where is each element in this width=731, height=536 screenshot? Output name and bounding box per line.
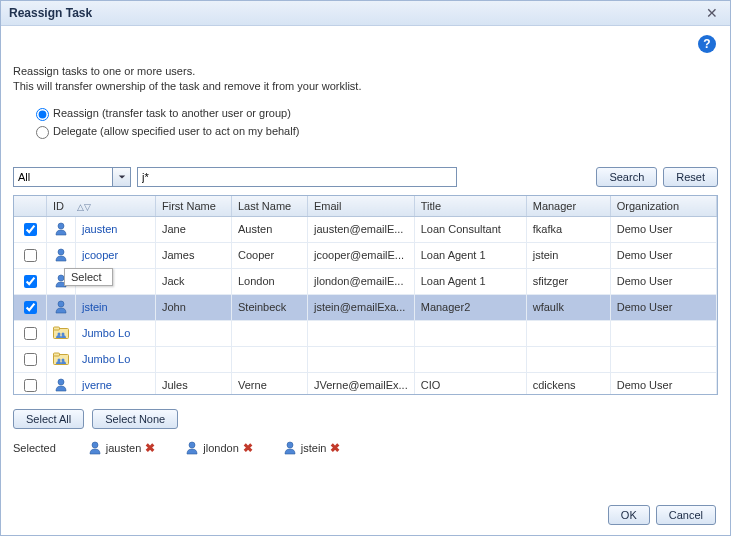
cell-first-name: Jane <box>156 216 232 242</box>
cell-first-name: John <box>156 294 232 320</box>
cell-manager <box>526 346 610 372</box>
search-button[interactable]: Search <box>596 167 657 187</box>
ok-button[interactable]: OK <box>608 505 650 525</box>
table-row[interactable]: Jumbo Lo <box>14 320 717 346</box>
cell-title: Manager2 <box>414 294 526 320</box>
row-checkbox[interactable] <box>24 353 37 366</box>
table-row[interactable]: JackLondonjlondon@emailE...Loan Agent 1s… <box>14 268 717 294</box>
row-checkbox[interactable] <box>24 249 37 262</box>
row-id-link[interactable]: jausten <box>82 223 117 235</box>
titlebar: Reassign Task ✕ <box>1 1 730 26</box>
table-row[interactable]: Jumbo Lo <box>14 346 717 372</box>
row-checkbox[interactable] <box>24 327 37 340</box>
cell-title: Loan Agent 1 <box>414 242 526 268</box>
cell-last-name <box>232 346 308 372</box>
option-delegate-radio[interactable] <box>36 126 49 139</box>
row-id-link[interactable]: Jumbo Lo <box>82 327 130 339</box>
cell-first-name: Jack <box>156 268 232 294</box>
option-delegate-row[interactable]: Delegate (allow specified user to act on… <box>31 123 718 139</box>
cell-manager: jstein <box>526 242 610 268</box>
cell-email <box>308 346 415 372</box>
reassign-task-dialog: Reassign Task ✕ ? Reassign tasks to one … <box>0 0 731 536</box>
person-icon <box>54 274 68 288</box>
selected-chip-name: jstein <box>301 442 327 454</box>
row-id-link[interactable]: jcooper <box>82 249 118 261</box>
cell-title <box>414 320 526 346</box>
sort-icon[interactable]: △▽ <box>77 202 91 212</box>
col-header-title[interactable]: Title <box>414 196 526 217</box>
table-row[interactable]: jverneJulesVerneJVerne@emailEx...CIOcdic… <box>14 372 717 395</box>
intro-line-2: This will transfer ownership of the task… <box>13 79 718 94</box>
search-row: Search Reset <box>13 167 718 187</box>
cell-email <box>308 320 415 346</box>
reset-button[interactable]: Reset <box>663 167 718 187</box>
person-icon <box>185 441 199 455</box>
col-header-organization[interactable]: Organization <box>610 196 716 217</box>
svg-point-3 <box>58 301 64 307</box>
table-header-row: ID △▽ First Name Last Name Email Title M… <box>14 196 717 217</box>
svg-point-2 <box>58 275 64 281</box>
col-header-email[interactable]: Email <box>308 196 415 217</box>
dialog-content: Reassign tasks to one or more users. Thi… <box>1 26 730 471</box>
row-checkbox[interactable] <box>24 301 37 314</box>
cell-last-name: Verne <box>232 372 308 395</box>
person-icon <box>283 441 297 455</box>
col-header-manager[interactable]: Manager <box>526 196 610 217</box>
cell-title: CIO <box>414 372 526 395</box>
col-header-last-name[interactable]: Last Name <box>232 196 308 217</box>
remove-icon[interactable]: ✖ <box>330 441 340 455</box>
cell-title <box>414 346 526 372</box>
cell-manager: fkafka <box>526 216 610 242</box>
svg-point-15 <box>287 442 293 448</box>
selected-chip-name: jausten <box>106 442 141 454</box>
svg-rect-9 <box>54 353 60 356</box>
select-all-button[interactable]: Select All <box>13 409 84 429</box>
cell-manager: wfaulk <box>526 294 610 320</box>
row-checkbox[interactable] <box>24 275 37 288</box>
row-id-link[interactable]: jverne <box>82 379 112 391</box>
group-icon <box>53 326 69 340</box>
scope-select[interactable] <box>13 167 131 187</box>
row-checkbox[interactable] <box>24 379 37 392</box>
cell-email: jlondon@emailE... <box>308 268 415 294</box>
results-table: ID △▽ First Name Last Name Email Title M… <box>13 195 718 395</box>
cell-manager: sfitzger <box>526 268 610 294</box>
selected-label: Selected <box>13 442 56 454</box>
remove-icon[interactable]: ✖ <box>243 441 253 455</box>
table-row[interactable]: jsteinJohnSteinbeckjstein@emailExa...Man… <box>14 294 717 320</box>
option-reassign-radio[interactable] <box>36 108 49 121</box>
svg-point-14 <box>189 442 195 448</box>
group-icon <box>53 352 69 366</box>
row-checkbox[interactable] <box>24 223 37 236</box>
cell-manager <box>526 320 610 346</box>
row-id-link[interactable]: Jumbo Lo <box>82 353 130 365</box>
selected-row: Selected jausten✖jlondon✖jstein✖ <box>13 437 718 459</box>
person-icon <box>88 441 102 455</box>
cell-organization <box>610 346 716 372</box>
dialog-footer: OK Cancel <box>608 505 716 525</box>
col-header-first-name[interactable]: First Name <box>156 196 232 217</box>
row-id-link[interactable]: jstein <box>82 301 108 313</box>
cancel-button[interactable]: Cancel <box>656 505 716 525</box>
select-none-button[interactable]: Select None <box>92 409 178 429</box>
help-icon[interactable]: ? <box>698 35 716 53</box>
svg-point-12 <box>58 379 64 385</box>
remove-icon[interactable]: ✖ <box>145 441 155 455</box>
option-reassign-row[interactable]: Reassign (transfer task to another user … <box>31 105 718 121</box>
person-icon <box>54 300 68 314</box>
col-header-id[interactable]: ID △▽ <box>47 196 156 217</box>
table-row[interactable]: jaustenJaneAustenjausten@emailE...Loan C… <box>14 216 717 242</box>
col-header-checkbox[interactable] <box>14 196 47 217</box>
scope-input[interactable] <box>13 167 113 187</box>
close-icon[interactable]: ✕ <box>702 5 722 21</box>
selected-chip: jstein✖ <box>283 441 341 455</box>
cell-last-name: London <box>232 268 308 294</box>
search-input[interactable] <box>137 167 457 187</box>
cell-title: Loan Agent 1 <box>414 268 526 294</box>
cell-email: JVerne@emailEx... <box>308 372 415 395</box>
svg-point-1 <box>58 249 64 255</box>
cell-organization: Demo User <box>610 242 716 268</box>
chevron-down-icon[interactable] <box>113 167 131 187</box>
table-row[interactable]: jcooperJamesCooperjcooper@emailE...Loan … <box>14 242 717 268</box>
intro-text: Reassign tasks to one or more users. Thi… <box>13 64 718 95</box>
